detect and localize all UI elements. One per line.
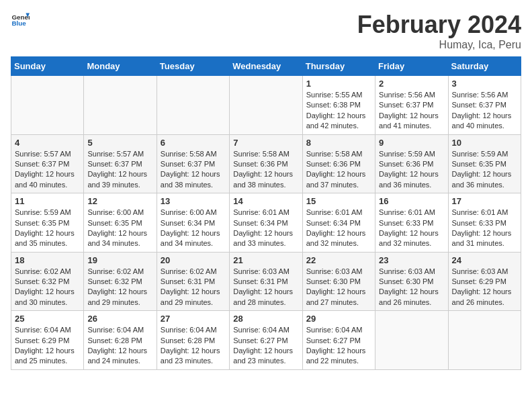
table-row: 14Sunrise: 6:01 AM Sunset: 6:34 PM Dayli… — [230, 193, 302, 253]
day-number: 12 — [87, 196, 152, 206]
day-number: 19 — [87, 255, 152, 265]
day-number: 7 — [233, 138, 298, 148]
day-info: Sunrise: 6:01 AM Sunset: 6:33 PM Dayligh… — [379, 208, 444, 249]
day-info: Sunrise: 5:55 AM Sunset: 6:38 PM Dayligh… — [306, 90, 371, 132]
calendar-header-row: Sunday Monday Tuesday Wednesday Thursday… — [11, 57, 521, 76]
day-number: 15 — [306, 196, 371, 206]
col-wednesday: Wednesday — [230, 57, 302, 76]
table-row: 29Sunrise: 6:04 AM Sunset: 6:27 PM Dayli… — [302, 311, 375, 370]
day-info: Sunrise: 5:58 AM Sunset: 6:37 PM Dayligh… — [161, 149, 226, 191]
calendar-week-row: 18Sunrise: 6:02 AM Sunset: 6:32 PM Dayli… — [11, 252, 521, 311]
day-info: Sunrise: 6:04 AM Sunset: 6:29 PM Dayligh… — [15, 325, 80, 367]
day-info: Sunrise: 6:01 AM Sunset: 6:33 PM Dayligh… — [452, 208, 517, 249]
table-row: 23Sunrise: 6:03 AM Sunset: 6:30 PM Dayli… — [375, 252, 448, 311]
logo-icon: General Blue — [11, 11, 30, 30]
day-number: 24 — [452, 255, 517, 265]
calendar-week-row: 1Sunrise: 5:55 AM Sunset: 6:38 PM Daylig… — [11, 76, 521, 135]
day-number: 29 — [306, 314, 371, 324]
table-row — [11, 76, 84, 135]
table-row: 12Sunrise: 6:00 AM Sunset: 6:35 PM Dayli… — [84, 193, 157, 253]
page-header: General Blue February 2024 Humay, Ica, P… — [11, 11, 521, 51]
table-row — [448, 311, 521, 370]
table-row: 1Sunrise: 5:55 AM Sunset: 6:38 PM Daylig… — [302, 76, 375, 135]
table-row: 28Sunrise: 6:04 AM Sunset: 6:27 PM Dayli… — [230, 311, 302, 370]
calendar-week-row: 11Sunrise: 5:59 AM Sunset: 6:35 PM Dayli… — [11, 193, 521, 253]
title-section: February 2024 Humay, Ica, Peru — [357, 11, 521, 51]
day-info: Sunrise: 6:02 AM Sunset: 6:32 PM Dayligh… — [87, 267, 152, 308]
table-row: 22Sunrise: 6:03 AM Sunset: 6:30 PM Dayli… — [302, 252, 375, 311]
day-number: 17 — [452, 196, 517, 206]
day-info: Sunrise: 5:59 AM Sunset: 6:35 PM Dayligh… — [15, 208, 80, 249]
day-info: Sunrise: 5:59 AM Sunset: 6:35 PM Dayligh… — [452, 149, 517, 191]
table-row: 11Sunrise: 5:59 AM Sunset: 6:35 PM Dayli… — [11, 193, 84, 253]
day-info: Sunrise: 5:57 AM Sunset: 6:37 PM Dayligh… — [15, 149, 80, 191]
day-number: 6 — [161, 138, 226, 148]
day-info: Sunrise: 6:01 AM Sunset: 6:34 PM Dayligh… — [306, 208, 371, 249]
table-row: 9Sunrise: 5:59 AM Sunset: 6:36 PM Daylig… — [375, 134, 448, 193]
svg-text:Blue: Blue — [11, 19, 26, 27]
day-number: 13 — [161, 196, 226, 206]
day-info: Sunrise: 6:04 AM Sunset: 6:28 PM Dayligh… — [161, 325, 226, 367]
day-info: Sunrise: 5:58 AM Sunset: 6:36 PM Dayligh… — [306, 149, 371, 191]
col-tuesday: Tuesday — [157, 57, 229, 76]
day-number: 4 — [15, 138, 80, 148]
table-row: 13Sunrise: 6:00 AM Sunset: 6:34 PM Dayli… — [157, 193, 229, 253]
day-number: 22 — [306, 255, 371, 265]
day-number: 3 — [452, 79, 517, 89]
table-row: 6Sunrise: 5:58 AM Sunset: 6:37 PM Daylig… — [157, 134, 229, 193]
day-info: Sunrise: 6:02 AM Sunset: 6:32 PM Dayligh… — [15, 267, 80, 308]
day-info: Sunrise: 6:03 AM Sunset: 6:31 PM Dayligh… — [233, 267, 298, 308]
day-info: Sunrise: 6:03 AM Sunset: 6:30 PM Dayligh… — [379, 267, 444, 308]
day-number: 10 — [452, 138, 517, 148]
col-friday: Friday — [375, 57, 448, 76]
day-number: 23 — [379, 255, 444, 265]
day-number: 25 — [15, 314, 80, 324]
table-row: 2Sunrise: 5:56 AM Sunset: 6:37 PM Daylig… — [375, 76, 448, 135]
day-number: 9 — [379, 138, 444, 148]
day-info: Sunrise: 5:59 AM Sunset: 6:36 PM Dayligh… — [379, 149, 444, 191]
day-info: Sunrise: 5:56 AM Sunset: 6:37 PM Dayligh… — [379, 90, 444, 132]
day-number: 2 — [379, 79, 444, 89]
day-number: 21 — [233, 255, 298, 265]
table-row: 21Sunrise: 6:03 AM Sunset: 6:31 PM Dayli… — [230, 252, 302, 311]
calendar-week-row: 4Sunrise: 5:57 AM Sunset: 6:37 PM Daylig… — [11, 134, 521, 193]
table-row: 26Sunrise: 6:04 AM Sunset: 6:28 PM Dayli… — [84, 311, 157, 370]
day-info: Sunrise: 6:04 AM Sunset: 6:27 PM Dayligh… — [306, 325, 371, 367]
day-number: 26 — [87, 314, 152, 324]
table-row: 25Sunrise: 6:04 AM Sunset: 6:29 PM Dayli… — [11, 311, 84, 370]
table-row — [84, 76, 157, 135]
day-info: Sunrise: 6:01 AM Sunset: 6:34 PM Dayligh… — [233, 208, 298, 249]
calendar-week-row: 25Sunrise: 6:04 AM Sunset: 6:29 PM Dayli… — [11, 311, 521, 370]
day-info: Sunrise: 6:03 AM Sunset: 6:30 PM Dayligh… — [306, 267, 371, 308]
table-row — [230, 76, 302, 135]
day-number: 16 — [379, 196, 444, 206]
table-row: 4Sunrise: 5:57 AM Sunset: 6:37 PM Daylig… — [11, 134, 84, 193]
col-thursday: Thursday — [302, 57, 375, 76]
day-info: Sunrise: 6:00 AM Sunset: 6:35 PM Dayligh… — [87, 208, 152, 249]
day-number: 20 — [161, 255, 226, 265]
day-number: 28 — [233, 314, 298, 324]
day-info: Sunrise: 6:02 AM Sunset: 6:31 PM Dayligh… — [161, 267, 226, 308]
day-number: 8 — [306, 138, 371, 148]
day-info: Sunrise: 6:00 AM Sunset: 6:34 PM Dayligh… — [161, 208, 226, 249]
table-row: 10Sunrise: 5:59 AM Sunset: 6:35 PM Dayli… — [448, 134, 521, 193]
table-row: 24Sunrise: 6:03 AM Sunset: 6:29 PM Dayli… — [448, 252, 521, 311]
table-row — [157, 76, 229, 135]
day-info: Sunrise: 5:58 AM Sunset: 6:36 PM Dayligh… — [233, 149, 298, 191]
logo: General Blue — [11, 11, 30, 30]
table-row: 16Sunrise: 6:01 AM Sunset: 6:33 PM Dayli… — [375, 193, 448, 253]
day-info: Sunrise: 5:56 AM Sunset: 6:37 PM Dayligh… — [452, 90, 517, 132]
col-saturday: Saturday — [448, 57, 521, 76]
day-number: 1 — [306, 79, 371, 89]
day-number: 18 — [15, 255, 80, 265]
col-sunday: Sunday — [11, 57, 84, 76]
day-number: 14 — [233, 196, 298, 206]
table-row: 15Sunrise: 6:01 AM Sunset: 6:34 PM Dayli… — [302, 193, 375, 253]
calendar-subtitle: Humay, Ica, Peru — [357, 39, 521, 51]
table-row — [375, 311, 448, 370]
table-row: 27Sunrise: 6:04 AM Sunset: 6:28 PM Dayli… — [157, 311, 229, 370]
day-number: 11 — [15, 196, 80, 206]
table-row: 5Sunrise: 5:57 AM Sunset: 6:37 PM Daylig… — [84, 134, 157, 193]
day-info: Sunrise: 6:03 AM Sunset: 6:29 PM Dayligh… — [452, 267, 517, 308]
day-number: 27 — [161, 314, 226, 324]
